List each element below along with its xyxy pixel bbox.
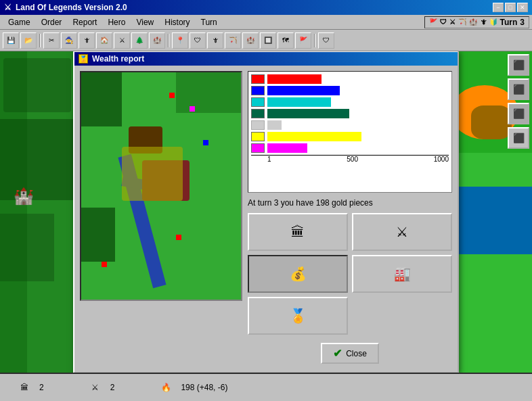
forest-2 — [81, 208, 115, 262]
status-units: ⚔ 2 — [85, 377, 115, 398]
wealth-dialog: 🏅 Wealth report — [73, 51, 459, 373]
menu-item-report[interactable]: Report — [67, 16, 102, 28]
chart-bar-container-yellow — [267, 132, 449, 141]
toolbar-sep-2 — [168, 34, 169, 47]
menu-items: GameOrderReportHeroViewHistoryTurn — [3, 16, 223, 28]
status-units-value: 2 — [110, 383, 115, 392]
units-button[interactable]: ⚔ — [352, 213, 452, 251]
flag-icon-6: 🗡 — [480, 18, 487, 26]
chart-bar-red — [267, 74, 322, 84]
chart-row-magenta — [251, 143, 449, 153]
status-buildings-icon: 🏛 — [14, 377, 35, 398]
production-button[interactable]: 🏭 — [352, 255, 452, 293]
toolbar-shield[interactable]: 🛡 — [190, 32, 206, 49]
toolbar-open[interactable]: 📂 — [20, 32, 37, 49]
menu-item-view[interactable]: View — [131, 16, 159, 28]
toolbar-fort[interactable]: 🏰 — [242, 32, 259, 49]
flag-icon-5: 🏰 — [469, 18, 477, 26]
status-buildings-value: 2 — [39, 383, 44, 392]
chart-bar-container-white — [267, 120, 449, 130]
menu-item-game[interactable]: Game — [3, 16, 36, 28]
chart-row-red — [251, 74, 449, 84]
toolbar-castle[interactable]: 🏰 — [149, 32, 165, 49]
dialog-titlebar: 🏅 Wealth report — [74, 52, 458, 66]
chart-row-white — [251, 120, 449, 130]
toolbar-cut[interactable]: ✂ — [43, 32, 60, 49]
close-button[interactable]: ✔ Close — [321, 343, 379, 364]
status-bar: 🏛 2 ⚔ 2 🔥 198 (+48, -6) — [0, 373, 532, 401]
territory-blue — [203, 140, 208, 145]
territory-red-3 — [102, 262, 107, 267]
chart-area: 1 500 1000 At turn 3 you have 198 gold p… — [248, 71, 452, 367]
close-label: Close — [346, 349, 367, 358]
toolbar-town[interactable]: 🏠 — [96, 32, 112, 49]
medals-button[interactable]: 🏅 — [248, 297, 348, 335]
flag-icon-3: ⚔ — [449, 18, 456, 26]
toolbar-banner[interactable]: 🚩 — [295, 32, 311, 49]
title-bar-left: ⚔ Land Of Legends Version 2.0 — [4, 3, 127, 12]
chart-flag-red — [251, 74, 265, 84]
toolbar-shield2[interactable]: 🛡 — [318, 32, 334, 49]
toolbar-save[interactable]: 💾 — [3, 32, 19, 49]
chart-flag-cyan — [251, 97, 265, 107]
chart-bar-white — [267, 120, 282, 130]
territory-red-2 — [176, 235, 181, 240]
action-buttons: 🏛 ⚔ 💰 🏭 🏅 — [248, 213, 452, 335]
chart-bar-teal — [267, 109, 349, 118]
status-gold-value: 198 (+48, -6) — [181, 383, 227, 392]
gold-icon: 💰 — [286, 262, 310, 286]
chart-bar-container-magenta — [267, 143, 449, 153]
chart-rows — [251, 74, 449, 153]
territory-magenta — [190, 106, 195, 112]
bar-chart: 1 500 1000 — [248, 71, 452, 193]
toolbar-archer[interactable]: 🏹 — [225, 32, 241, 49]
status-buildings: 🏛 2 — [14, 377, 44, 398]
dialog-icon: 🏅 — [79, 54, 88, 64]
toolbar-tree[interactable]: 🌲 — [131, 32, 148, 49]
chart-bar-container-red — [267, 74, 449, 84]
chart-row-teal — [251, 109, 449, 118]
close-row: ✔ Close — [248, 339, 452, 367]
axis-mid: 500 — [347, 156, 358, 163]
toolbar-map[interactable]: 🗺 — [278, 32, 294, 49]
toolbar-unit[interactable]: 🗡 — [79, 32, 95, 49]
toolbar-flag[interactable]: 📍 — [172, 32, 188, 49]
dialog-overlay: 🏅 Wealth report — [0, 51, 532, 373]
toolbar-hero[interactable]: 🧙 — [61, 32, 77, 49]
minimize-button[interactable]: − — [493, 3, 504, 12]
toolbar-square[interactable]: 🔲 — [260, 32, 276, 49]
buildings-icon: 🏛 — [286, 220, 310, 244]
production-icon: 🏭 — [390, 262, 414, 286]
menu-item-hero[interactable]: Hero — [102, 16, 131, 28]
gold-button[interactable]: 💰 — [248, 255, 348, 293]
flag-icon-4: 🏹 — [458, 18, 466, 26]
menu-item-turn[interactable]: Turn — [196, 16, 223, 28]
app-title: Land Of Legends Version 2.0 — [16, 3, 127, 12]
toolbar-sep-1 — [39, 34, 41, 47]
turn-label: Turn — [500, 18, 518, 27]
chart-bar-yellow — [267, 132, 361, 141]
chart-bar-blue — [267, 86, 340, 95]
toolbar: 💾 📂 ✂ 🧙 🗡 🏠 ⚔ 🌲 🏰 📍 🛡 🗡 🏹 🏰 🔲 🗺 🚩 🛡 — [0, 30, 532, 51]
turn-number: 3 — [520, 18, 525, 27]
close-button[interactable]: ✕ — [517, 3, 528, 12]
chart-row-cyan — [251, 97, 449, 107]
flag-icon-1: 🚩 — [429, 18, 437, 26]
chart-flag-white — [251, 120, 265, 130]
chart-flag-teal — [251, 109, 265, 118]
map-preview — [80, 71, 242, 301]
toolbar-army[interactable]: ⚔ — [114, 32, 130, 49]
buildings-button[interactable]: 🏛 — [248, 213, 348, 251]
territory-red — [169, 93, 175, 98]
forest-1 — [81, 72, 122, 126]
maximize-button[interactable]: □ — [505, 3, 516, 12]
axis-min: 1 — [267, 156, 271, 163]
status-gold: 🔥 198 (+48, -6) — [155, 377, 227, 398]
menu-item-history[interactable]: History — [159, 16, 195, 28]
game-area: 🏰 ⬛ ⬛ ⬛ ⬛ 🏅 Wealth report — [0, 51, 532, 373]
menu-item-order[interactable]: Order — [36, 16, 68, 28]
toolbar-sword[interactable]: 🗡 — [207, 32, 223, 49]
chart-row-yellow — [251, 132, 449, 141]
flag-icon-2: 🛡 — [440, 18, 447, 26]
chart-bar-container-blue — [267, 86, 449, 95]
